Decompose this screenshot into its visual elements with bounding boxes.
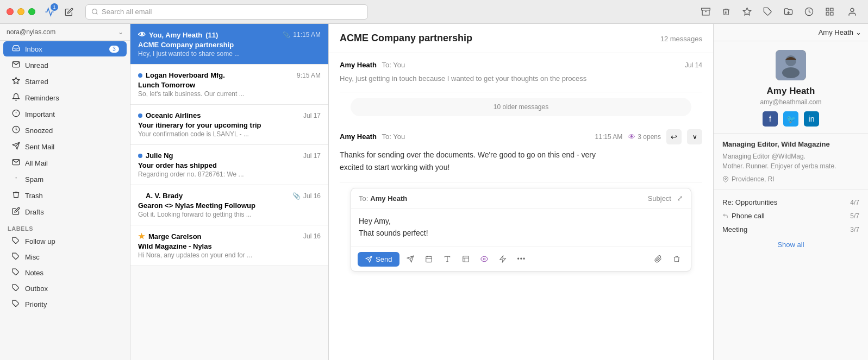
activity-icon[interactable]: 1 [42,4,57,20]
email-item[interactable]: A. V. Brady 📎 Jul 16 Gearon <> Nylas Mee… [130,185,328,225]
sidebar-item-label: Reminders [25,94,119,102]
expand-button[interactable]: ∨ [687,129,702,144]
minimize-button[interactable] [17,8,24,15]
sidebar-item-label: Notes [25,269,119,277]
opens-count: 3 opens [638,133,661,141]
star-icon [11,77,21,86]
tracking-eye-icon: 👁 [628,132,635,141]
delete-compose-button[interactable] [669,251,684,267]
fullscreen-button[interactable] [28,8,35,15]
search-bar[interactable]: Search all email [85,4,368,20]
email-subject: Lunch Tomorrow [138,81,321,89]
message-time: 11:15 AM [595,133,623,141]
sidebar-item-snoozed[interactable]: Snoozed [3,123,127,138]
message-to: To: You [382,61,405,69]
sidebar-item-notes[interactable]: Notes [3,266,127,280]
main-message-item: Amy Heath To: You 11:15 AM 👁 3 opens ↩ ∨ [340,122,702,183]
sidebar-item-inbox[interactable]: Inbox 3 [3,41,127,56]
send-button[interactable]: Send [358,252,399,267]
facebook-button[interactable]: f [763,111,778,127]
email-item[interactable]: Julie Ng Jul 17 Your order has shipped R… [130,145,328,185]
compose-body[interactable]: Hey Amy, That sounds perfect! [351,209,691,247]
labels-section-header: Labels [0,220,130,233]
more-options-button[interactable]: ••• [514,251,529,267]
thread-message-count: 12 messages [660,35,702,43]
reply-button[interactable]: ↩ [666,129,682,144]
email-time: Jul 17 [303,152,321,160]
sidebar-item-spam[interactable]: Spam [3,172,127,187]
contact-details: Managing Editor, Wild Magazine Managing … [714,134,868,190]
delete-button[interactable] [717,4,735,20]
clock-button[interactable] [800,4,818,20]
sender-count: (11) [205,31,218,39]
thread-item-count: 4/7 [850,199,859,206]
sidebar-item-unread[interactable]: Unread [3,58,127,73]
format-button[interactable] [440,251,455,267]
sidebar-item-important[interactable]: Important [3,106,127,122]
sidebar-item-misc[interactable]: Misc [3,250,127,264]
sidebar-item-starred[interactable]: Starred [3,74,127,89]
sidebar-item-outbox[interactable]: Outbox [3,281,127,296]
compose-body-line2: That sounds perfect! [359,227,683,239]
email-preview: So, let's talk business. Our current ... [138,90,321,98]
linkedin-button[interactable]: in [804,111,819,127]
smart-compose-button[interactable] [495,251,510,267]
sidebar-item-sent[interactable]: Sent Mail [3,139,127,154]
important-icon [11,109,21,119]
email-preview: Hi Nora, any updates on your end for ... [138,251,321,259]
close-button[interactable] [7,8,14,15]
archive-button[interactable] [696,4,715,20]
svg-rect-10 [830,12,833,15]
older-messages-button[interactable]: 10 older messages [351,98,691,116]
tracking-button[interactable] [477,251,492,267]
sidebar-item-follow-up[interactable]: Follow up [3,234,127,249]
svg-marker-13 [13,77,20,84]
compose-button[interactable] [61,4,77,20]
email-item[interactable]: Logan Hoverboard Mfg. 9:15 AM Lunch Tomo… [130,65,328,105]
email-item[interactable]: Oceanic Airlines Jul 17 Your itinerary f… [130,105,328,145]
email-preview: Your confirmation code is LSANYL - ... [138,130,321,138]
svg-rect-35 [463,256,469,262]
sidebar-item-priority[interactable]: Priority [3,297,127,312]
svg-rect-11 [826,12,829,15]
spam-icon [11,174,21,184]
discard-draft-button[interactable] [403,251,418,267]
move-button[interactable] [779,4,797,20]
contact-dropdown-name: Amy Heath [819,28,853,36]
svg-point-12 [851,8,854,11]
email-item[interactable]: 👁 You, Amy Heath (11) 📎 11:15 AM ACME Co… [130,24,328,65]
tag-button[interactable] [758,4,777,20]
star-button[interactable] [738,4,756,20]
twitter-button[interactable]: 🐦 [783,111,798,127]
template-button[interactable] [458,251,473,267]
show-all-button[interactable]: Show all [722,236,859,253]
email-item[interactable]: ★ Marge Carelson Jul 16 Wild Magazine - … [130,225,328,266]
sidebar-item-reminders[interactable]: Reminders [3,90,127,105]
contact-name: Amy Heath [767,86,815,97]
sidebar-account[interactable]: nora@nylas.com ⌄ [0,24,130,41]
thread-item: Meeting 3/7 [722,223,859,236]
sidebar-item-allmail[interactable]: All Mail [3,155,127,170]
email-thread: ACME Company partnership 12 messages Amy… [329,24,713,360]
sidebar-item-label: Trash [25,192,119,200]
sidebar-item-trash[interactable]: Trash [3,188,127,203]
thread-item: Re: Opportunities 4/7 [722,195,859,209]
label-tag-icon [11,284,21,293]
attach-file-button[interactable] [651,251,666,267]
message-to: To: You [382,132,405,141]
svg-point-0 [92,9,97,14]
eye-icon: 👁 [138,30,146,39]
compose-expand-icon[interactable]: ⤢ [677,194,683,203]
contact-dropdown[interactable]: Amy Heath ⌄ [819,28,861,36]
sidebar-item-label: Inbox [25,45,105,53]
sidebar-item-drafts[interactable]: Drafts [3,204,127,219]
message-item: Amy Heath To: You Jul 14 Hey, just getti… [340,53,702,92]
profile-button[interactable] [843,4,861,20]
svg-rect-2 [701,8,710,10]
svg-line-1 [96,13,97,14]
activity-badge: 1 [51,3,58,11]
calendar-button[interactable] [421,251,436,267]
svg-point-36 [484,258,486,260]
bell-icon [11,93,21,103]
folder-button[interactable] [820,4,839,20]
